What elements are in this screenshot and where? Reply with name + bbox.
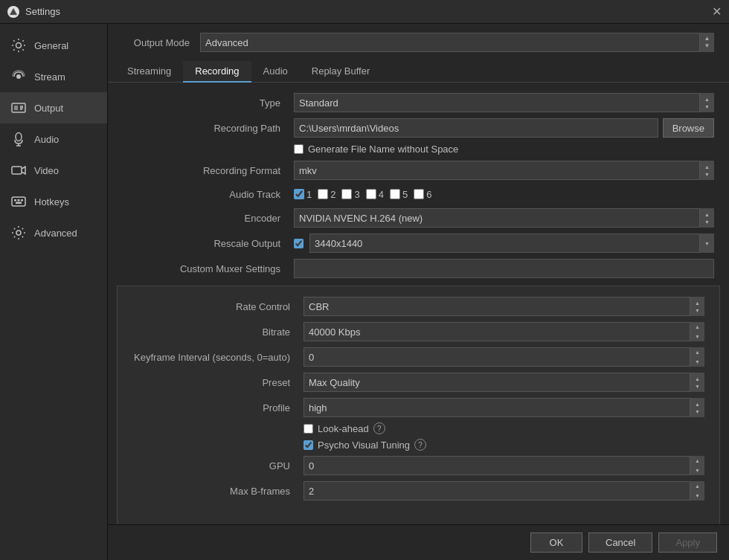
track-6-label: 6 [426,189,431,200]
keyframe-input[interactable] [304,347,704,367]
track-3-label: 3 [354,189,359,200]
cancel-button[interactable]: Cancel [588,532,652,553]
look-ahead-checkbox[interactable] [304,424,313,434]
close-button[interactable]: ✕ [711,7,722,17]
ok-button[interactable]: OK [530,532,582,553]
apply-button[interactable]: Apply [658,532,717,553]
svg-rect-15 [21,199,23,202]
encoder-wrapper: NVIDIA NVENC H.264 (new) x264 AMD HW H.2… [294,208,714,228]
recording-path-input[interactable] [294,118,658,138]
track-4-checkbox[interactable] [366,189,376,199]
sidebar-item-hotkeys[interactable]: Hotkeys [0,186,107,217]
rescale-output-checkbox[interactable] [294,239,304,248]
type-select[interactable]: Standard Custom Output (FFmpeg) [294,93,714,112]
max-bframes-input[interactable] [304,481,704,501]
footer: OK Cancel Apply [108,524,729,560]
sidebar-item-video[interactable]: Video [0,155,107,186]
tab-replay-buffer[interactable]: Replay Buffer [300,61,382,83]
gpu-down-button[interactable]: ▼ [690,466,704,475]
encoder-settings-box: Rate Control CBR VBR CQP ICQ LOSSLESS ▲ … [117,286,720,524]
recording-format-wrapper: mkv mp4 mov flv ts ▲ ▼ [294,161,714,180]
output-icon [10,100,27,116]
keyframe-down-button[interactable]: ▼ [690,357,704,367]
recording-format-label: Recording Format [123,165,286,176]
track-3-checkbox[interactable] [341,189,352,199]
encoder-select[interactable]: NVIDIA NVENC H.264 (new) x264 AMD HW H.2… [294,208,714,228]
audio-tracks-group: 1 2 3 4 5 [294,189,714,200]
svg-rect-3 [12,103,25,112]
track-6-checkbox[interactable] [414,189,424,199]
advanced-icon [10,225,27,241]
profile-wrapper: high main baseline high444p ▲ ▼ [304,398,704,417]
bitrate-input[interactable] [304,322,704,341]
tab-recording[interactable]: Recording [183,61,251,83]
format-arrow-down[interactable]: ▼ [704,171,710,178]
svg-point-2 [16,74,21,79]
max-bframes-row: Max B-frames ▲ ▼ [118,478,719,503]
generate-filename-checkbox[interactable] [294,144,304,154]
rescale-arrow-down[interactable]: ▼ [704,240,710,247]
psycho-visual-checkbox[interactable] [304,440,313,450]
preset-label: Preset [132,377,296,388]
preset-arrow-up[interactable]: ▲ [695,376,700,382]
sidebar-item-general[interactable]: General [0,30,107,61]
preset-select[interactable]: Max Quality High Quality Quality Perform… [304,373,704,392]
recording-path-row: Recording Path Browse [108,115,729,141]
settings-area: Type Standard Custom Output (FFmpeg) ▲ ▼… [108,83,729,524]
psycho-visual-help-icon[interactable]: ? [414,439,426,451]
rate-control-arrows: ▲ ▼ [690,297,704,316]
sidebar-stream-label: Stream [34,71,65,83]
sidebar-item-output[interactable]: Output [0,92,107,123]
format-arrow-up[interactable]: ▲ [704,164,710,170]
encoder-arrow-up[interactable]: ▲ [704,211,710,218]
profile-select[interactable]: high main baseline high444p [304,398,704,417]
gpu-up-button[interactable]: ▲ [690,456,704,466]
browse-button[interactable]: Browse [663,118,714,138]
bitrate-up-button[interactable]: ▲ [690,322,704,332]
content-area: Output Mode Advanced Simple ▲ ▼ Streamin… [108,24,729,560]
svg-rect-13 [14,199,16,202]
track-1-checkbox[interactable] [294,189,304,199]
encoder-arrow-down[interactable]: ▼ [704,219,710,225]
psycho-visual-label: Psycho Visual Tuning [318,440,410,451]
rc-arrow-up[interactable]: ▲ [695,300,700,306]
sidebar-item-stream[interactable]: Stream [0,61,107,92]
rate-control-select[interactable]: CBR VBR CQP ICQ LOSSLESS [304,297,704,316]
rc-arrow-down[interactable]: ▼ [695,307,700,314]
preset-arrow-down[interactable]: ▼ [695,383,700,390]
tab-audio[interactable]: Audio [251,61,300,83]
track-2: 2 [318,189,335,200]
svg-rect-14 [18,199,20,202]
track-5-checkbox[interactable] [390,189,400,199]
rescale-select[interactable]: 3440x1440 1920x1080 1280x720 [309,234,714,253]
track-2-checkbox[interactable] [318,189,328,199]
psycho-visual-row: Psycho Visual Tuning ? [118,437,719,453]
recording-format-select[interactable]: mkv mp4 mov flv ts [294,161,714,180]
track-4: 4 [366,189,384,200]
max-bframes-up-button[interactable]: ▲ [690,481,704,491]
bitrate-row: Bitrate ▲ ▼ [118,319,719,344]
profile-arrow-up[interactable]: ▲ [695,401,700,408]
type-arrow-up[interactable]: ▲ [704,96,710,103]
recording-path-label: Recording Path [123,123,286,134]
keyframe-spinner: ▲ ▼ [304,347,704,367]
svg-rect-12 [12,197,25,206]
gpu-input[interactable] [304,456,704,475]
custom-muxer-row: Custom Muxer Settings [108,256,729,281]
profile-row: Profile high main baseline high444p ▲ ▼ [118,395,719,420]
profile-arrow-down[interactable]: ▼ [695,408,700,415]
output-mode-select[interactable]: Advanced Simple [200,33,714,52]
preset-arrows: ▲ ▼ [690,373,704,392]
tab-streaming[interactable]: Streaming [115,61,183,83]
track-1: 1 [294,189,312,200]
rate-control-label: Rate Control [132,301,296,312]
keyframe-up-button[interactable]: ▲ [690,347,704,357]
tabs: Streaming Recording Audio Replay Buffer [108,61,729,83]
look-ahead-help-icon[interactable]: ? [373,422,385,434]
sidebar-item-advanced[interactable]: Advanced [0,217,107,248]
custom-muxer-input[interactable] [294,259,714,278]
type-arrow-down[interactable]: ▼ [704,103,710,110]
max-bframes-down-button[interactable]: ▼ [690,491,704,501]
sidebar-item-audio[interactable]: Audio [0,123,107,155]
bitrate-down-button[interactable]: ▼ [690,332,704,341]
